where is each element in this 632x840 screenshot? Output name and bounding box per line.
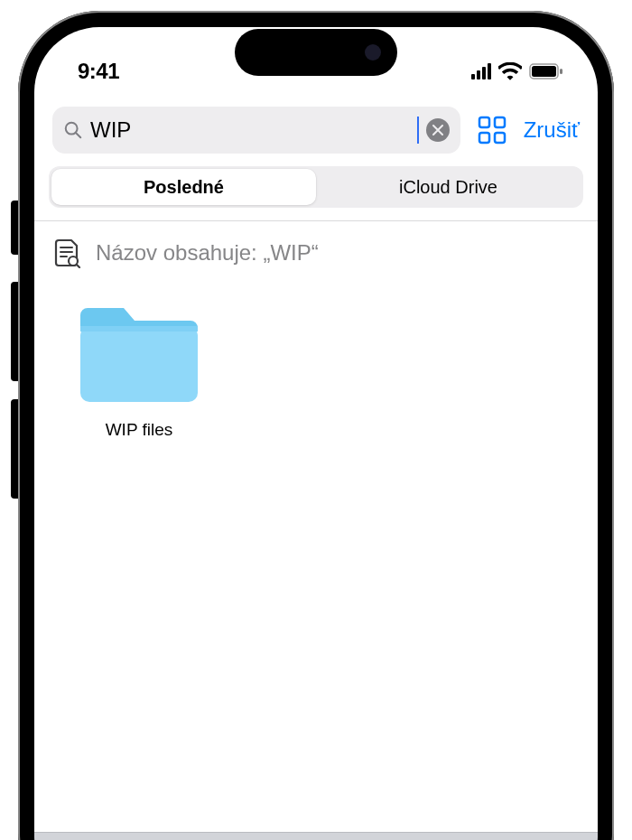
grid-view-icon[interactable] [477, 115, 507, 145]
screen: 9:41 [34, 27, 598, 840]
svg-rect-5 [479, 117, 489, 127]
battery-icon [529, 63, 563, 79]
svg-rect-1 [532, 66, 556, 77]
svg-rect-2 [560, 69, 562, 74]
segment-recent[interactable]: Posledné [51, 169, 316, 205]
results-grid: WIP files [34, 285, 598, 458]
status-indicators [471, 62, 563, 80]
document-search-icon [54, 238, 81, 268]
cancel-button[interactable]: Zrušiť [524, 117, 580, 143]
svg-rect-8 [495, 133, 505, 143]
search-suggestion[interactable]: Názov obsahuje: „WIP“ [34, 221, 598, 285]
svg-rect-14 [80, 326, 198, 402]
clear-icon[interactable] [426, 118, 450, 142]
search-row: Zrušiť [34, 98, 598, 166]
folder-label: WIP files [106, 420, 173, 440]
folder-icon [71, 303, 207, 409]
cellular-icon [471, 63, 491, 79]
phone-frame: 9:41 [18, 11, 614, 840]
wifi-icon [498, 62, 522, 80]
scope-segmented-control: Posledné iCloud Drive [34, 166, 598, 219]
text-cursor [417, 117, 419, 144]
suggestion-text: Názov obsahuje: „WIP“ [96, 240, 319, 266]
dynamic-island [235, 29, 397, 76]
segment-icloud-drive[interactable]: iCloud Drive [316, 169, 581, 205]
status-time: 9:41 [78, 59, 119, 84]
search-field[interactable] [52, 107, 460, 154]
search-input[interactable] [90, 117, 415, 143]
svg-rect-6 [495, 117, 505, 127]
svg-rect-15 [80, 326, 198, 331]
folder-item[interactable]: WIP files [58, 303, 220, 440]
svg-line-13 [77, 265, 79, 267]
keyboard: q w e r t z u i o p [34, 832, 598, 840]
search-icon [63, 120, 83, 140]
svg-line-4 [76, 133, 80, 137]
svg-rect-7 [479, 133, 489, 143]
